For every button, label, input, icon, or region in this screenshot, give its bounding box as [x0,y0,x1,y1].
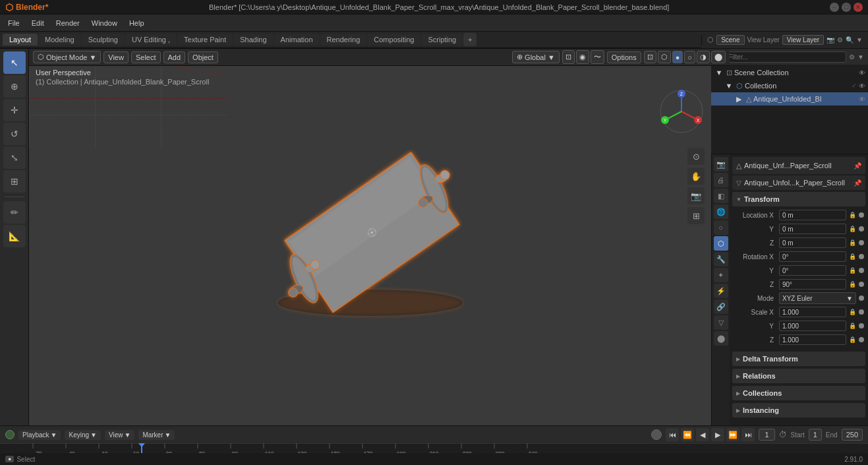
prop-tab-object[interactable]: ⬡ [714,236,728,251]
prop-tab-modifiers[interactable]: 🔧 [714,252,728,266]
cursor-tool-button[interactable]: ⊕ [3,75,26,98]
options-button[interactable]: Options [607,51,641,63]
location-z-lock-icon[interactable]: 🔒 [849,239,856,246]
zoom-to-fit-button[interactable]: ⊙ [687,148,705,165]
menu-window[interactable]: Window [86,18,123,28]
menu-file[interactable]: File [3,18,25,28]
instancing-header[interactable]: ▶ Instancing [732,403,865,418]
current-frame-input[interactable]: 1 [759,429,774,441]
location-x-keyframe-dot[interactable] [859,212,864,218]
menu-help[interactable]: Help [124,18,150,28]
rotation-mode-dropdown[interactable]: XYZ Euler ▼ [779,292,856,304]
playback-menu[interactable]: Playback ▼ [18,430,61,440]
prop-tab-output[interactable]: 🖨 [714,173,728,187]
end-frame-input[interactable]: 250 [842,429,863,441]
next-keyframe-button[interactable]: ⏩ [726,428,739,441]
minimize-button[interactable]: – [830,3,839,12]
location-z-keyframe-dot[interactable] [859,240,864,245]
menu-edit[interactable]: Edit [26,18,49,28]
menu-render[interactable]: Render [51,18,85,28]
transform-section-header[interactable]: ▼ Transform [732,192,865,206]
mode-dropdown[interactable]: ⬡ Object Mode ▼ [33,51,101,63]
camera-button[interactable]: 📷 [687,187,705,204]
location-y-input[interactable]: 0 m [779,224,846,234]
location-z-input[interactable]: 0 m [779,237,846,248]
rotation-x-input[interactable]: 0° [779,251,846,262]
prop-tab-particles[interactable]: ✦ [714,268,728,282]
rotation-z-input[interactable]: 90° [779,279,846,290]
tab-compositing[interactable]: Compositing [367,34,420,46]
rotation-y-keyframe-dot[interactable] [859,268,864,273]
scale-x-lock-icon[interactable]: 🔒 [849,309,856,315]
viewport-shading-4-button[interactable]: ⬤ [711,51,726,63]
overlay-button[interactable]: ⊡ [644,51,656,63]
play-reverse-button[interactable]: ◀ [696,428,709,441]
filter-icon[interactable]: 🔍 [846,36,854,44]
object-visibility-icon[interactable]: 👁 [859,96,865,103]
scene-collection-visibility-icon[interactable]: 👁 [859,69,865,77]
select-menu[interactable]: Select [131,51,161,63]
prop-tab-render[interactable]: 📷 [714,157,728,171]
view-layer-dropdown[interactable]: View Layer [782,35,824,45]
rotation-gizmo[interactable]: Z X Y [658,88,705,135]
measure-tool-button[interactable]: 📐 [3,225,26,247]
scale-z-keyframe-dot[interactable] [859,337,864,342]
properties-pin-icon[interactable]: 📌 [854,162,861,170]
tab-add-button[interactable]: + [463,33,477,46]
tab-modeling[interactable]: Modeling [38,34,81,46]
marker-menu[interactable]: Marker ▼ [138,430,175,440]
collection-render-icon[interactable]: ✓ [852,82,857,89]
transform-dropdown[interactable]: ⊕ Global ▼ [512,51,560,63]
pan-button[interactable]: ✋ [687,168,705,185]
view-menu[interactable]: View [103,51,129,63]
render-settings-icon[interactable]: ⚙ [837,36,843,44]
select-tool-button[interactable]: ↖ [3,51,26,74]
tab-texture-paint[interactable]: Texture Paint [177,34,233,46]
collections-header[interactable]: ▶ Collections [732,386,865,400]
orthographic-button[interactable]: ⊞ [687,207,705,224]
prop-tab-world[interactable]: ○ [714,220,728,235]
timeline-frame-indicator[interactable] [5,430,14,439]
relations-header[interactable]: ▶ Relations [732,369,865,383]
annotate-tool-button[interactable]: ✏ [3,201,26,224]
jump-end-button[interactable]: ⏭ [741,428,755,441]
start-frame-input[interactable]: 1 [809,429,822,441]
jump-start-button[interactable]: ⏮ [666,428,679,441]
rotate-tool-button[interactable]: ↺ [3,123,26,145]
tab-rendering[interactable]: Rendering [320,34,367,46]
location-x-lock-icon[interactable]: 🔒 [849,212,856,218]
viewport-shading-button[interactable]: ● [672,51,683,63]
object-menu[interactable]: Object [188,51,218,63]
add-menu[interactable]: Add [163,51,186,63]
prop-tab-scene[interactable]: 🌐 [714,204,728,219]
outliner-collection[interactable]: ▼ ⬡ Collection ✓ 👁 [711,79,868,92]
move-tool-button[interactable]: ✛ [3,99,26,121]
outliner-object-item[interactable]: ▶ △ Antique_Unfolded_Bl 👁 [711,92,868,106]
scale-z-input[interactable]: 1.000 [779,334,846,345]
location-y-lock-icon[interactable]: 🔒 [849,226,856,232]
rotation-y-lock-icon[interactable]: 🔒 [849,267,856,274]
prop-tab-material[interactable]: ⬤ [714,331,728,346]
rotation-z-lock-icon[interactable]: 🔒 [849,281,856,288]
viewport-shading-2-button[interactable]: ○ [684,51,695,63]
rotation-x-lock-icon[interactable]: 🔒 [849,253,856,260]
snap-button[interactable]: ⊡ [562,50,575,64]
delta-transform-header[interactable]: ▶ Delta Transform [732,352,865,366]
record-button[interactable] [651,429,662,440]
rotation-x-keyframe-dot[interactable] [859,254,864,259]
prop-tab-view-layer[interactable]: ◧ [714,189,728,203]
close-button[interactable]: ✕ [854,3,863,12]
location-y-keyframe-dot[interactable] [859,226,864,232]
outliner-search-input[interactable] [724,51,846,63]
rotation-z-keyframe-dot[interactable] [859,282,864,287]
rotation-mode-keyframe-dot[interactable] [859,295,864,301]
outliner-sort-icon[interactable]: ▼ [857,53,864,61]
tab-sculpting[interactable]: Sculpting [82,34,125,46]
tab-shading[interactable]: Shading [233,34,273,46]
tab-uv-editing[interactable]: UV Editing , [125,34,177,46]
scale-y-lock-icon[interactable]: 🔒 [849,323,856,329]
scene-dropdown[interactable]: Scene [716,35,744,45]
play-button[interactable]: ▶ [711,428,724,441]
tab-layout[interactable]: Layout [3,34,38,46]
scale-tool-button[interactable]: ⤡ [3,146,26,169]
